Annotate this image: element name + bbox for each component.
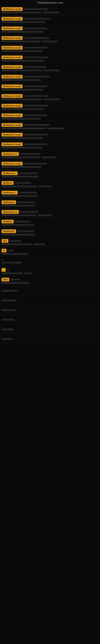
data-bar-3 bbox=[38, 186, 52, 187]
bottleneck-result-badge: Bottleneck bbox=[1, 200, 16, 204]
list-item[interactable] bbox=[0, 295, 100, 305]
data-bar-1 bbox=[24, 66, 46, 68]
data-bar-2 bbox=[1, 272, 23, 274]
site-title-bar: TheBottlenecker.com bbox=[0, 0, 100, 6]
site-title: TheBottlenecker.com bbox=[0, 0, 100, 6]
list-item[interactable]: Bottleneck result bbox=[0, 54, 100, 64]
bottleneck-result-badge: : bbox=[1, 268, 6, 272]
data-bar-1 bbox=[10, 240, 21, 242]
data-bar-3 bbox=[42, 41, 58, 42]
list-item[interactable] bbox=[0, 305, 100, 314]
data-bar-2 bbox=[1, 60, 45, 62]
data-bar-3 bbox=[47, 128, 64, 129]
bottleneck-result-badge: Bottleneck result bbox=[1, 84, 23, 88]
data-bar-1 bbox=[24, 76, 50, 78]
data-bar-1 bbox=[1, 260, 3, 261]
data-bar-1 bbox=[24, 56, 49, 58]
data-bar-1 bbox=[24, 37, 49, 39]
list-item[interactable]: Bottleneck result bbox=[0, 6, 100, 15]
bottleneck-result-badge: B bbox=[1, 249, 6, 252]
list-item[interactable]: Bottleneck result bbox=[0, 141, 100, 150]
bottleneck-result-badge: Bottleneck re bbox=[1, 210, 19, 214]
list-item[interactable]: Bottleneck result bbox=[0, 102, 100, 112]
data-bar-1 bbox=[18, 202, 35, 203]
list-item[interactable]: Bottleneck re bbox=[0, 208, 100, 218]
bottleneck-result-badge: Bottlene bbox=[1, 220, 14, 224]
list-item[interactable] bbox=[0, 256, 100, 266]
data-bar-2 bbox=[1, 156, 40, 158]
data-bar-2 bbox=[1, 89, 43, 90]
list-item[interactable]: Bottleneck result bbox=[0, 112, 100, 121]
data-bar-3 bbox=[43, 70, 59, 71]
bottleneck-result-badge: Bottleneck result bbox=[1, 7, 23, 11]
bottleneck-result-badge: Bottleneck result bbox=[1, 17, 23, 20]
data-bar-2 bbox=[1, 329, 14, 330]
data-bar-2 bbox=[1, 290, 18, 292]
list-item[interactable]: B bbox=[0, 247, 100, 256]
list-item[interactable]: Bottleneck bbox=[0, 228, 100, 237]
data-bar-2 bbox=[1, 234, 35, 236]
list-item[interactable]: Bottleneck result bbox=[0, 15, 100, 25]
data-bar-2 bbox=[1, 186, 37, 187]
list-item[interactable] bbox=[0, 286, 100, 295]
data-bar-2 bbox=[1, 300, 17, 301]
data-bar-2 bbox=[1, 70, 42, 71]
data-bar-2 bbox=[1, 176, 39, 178]
list-item[interactable]: Bottleneck result bbox=[0, 92, 100, 102]
data-bar-2 bbox=[1, 166, 41, 168]
list-item[interactable] bbox=[0, 324, 100, 334]
list-item[interactable]: Bottleneck result bbox=[0, 34, 100, 44]
bottleneck-result-badge: Bottleneck r bbox=[1, 191, 18, 194]
data-bar-2 bbox=[1, 282, 30, 284]
data-bar-2 bbox=[1, 262, 22, 264]
data-bar-2 bbox=[1, 309, 16, 311]
list-item[interactable]: Bottleneck result bbox=[0, 73, 100, 83]
list-item[interactable]: Bottlene bbox=[0, 179, 100, 189]
data-bar-2 bbox=[1, 50, 43, 52]
bottleneck-result-badge: Bottleneck result bbox=[1, 75, 23, 78]
data-bar-1 bbox=[24, 47, 48, 48]
bottleneck-result-badge: Bottleneck result bbox=[1, 94, 23, 98]
list-item[interactable]: Bottleneck r bbox=[0, 170, 100, 179]
list-item[interactable] bbox=[0, 314, 100, 324]
list-item[interactable]: Bottleneck bbox=[0, 199, 100, 208]
data-bar-2 bbox=[1, 338, 13, 340]
list-item[interactable]: Bottleneck result bbox=[0, 160, 100, 170]
list-item[interactable]: Bottleneck result bbox=[0, 44, 100, 54]
data-bar-1 bbox=[15, 221, 31, 222]
bottleneck-result-badge: Bottleneck result bbox=[1, 26, 23, 30]
bottleneck-result-badge: Bott bbox=[1, 278, 9, 281]
list-item[interactable]: : bbox=[0, 266, 100, 276]
data-bar-1 bbox=[24, 134, 49, 136]
data-bar-1 bbox=[15, 182, 31, 184]
list-item[interactable]: Bott bbox=[0, 276, 100, 286]
data-bar-3 bbox=[44, 98, 60, 100]
bottleneck-result-badge: Bottleneck r bbox=[1, 172, 18, 175]
data-bar-1 bbox=[11, 279, 20, 280]
bottleneck-result-badge: Bottleneck bbox=[1, 230, 16, 233]
data-bar-1 bbox=[24, 28, 47, 29]
list-item[interactable]: Bottleneck result bbox=[0, 25, 100, 34]
data-bar-1 bbox=[24, 163, 47, 164]
bottleneck-result-badge: Bottleneck result bbox=[1, 114, 23, 117]
list-item[interactable]: Bottleneck result bbox=[0, 131, 100, 141]
bottleneck-result-badge: Bottleneck result bbox=[1, 142, 23, 146]
data-bar-2 bbox=[1, 98, 42, 100]
list-item[interactable]: Bottlene bbox=[0, 218, 100, 228]
data-bar-1 bbox=[19, 172, 38, 174]
list-item[interactable] bbox=[0, 334, 100, 344]
list-item[interactable]: Bottleneck result bbox=[0, 121, 100, 131]
bottleneck-result-badge: Bottleneck result bbox=[1, 133, 23, 136]
data-bar-2 bbox=[1, 244, 32, 245]
list-item[interactable]: Bottleneck r bbox=[0, 189, 100, 199]
list-item[interactable]: Bot bbox=[0, 237, 100, 247]
list-item[interactable]: Bottleneck result bbox=[0, 64, 100, 73]
data-bar-1 bbox=[24, 86, 48, 87]
list-item[interactable]: Bottleneck result bbox=[0, 83, 100, 92]
rows-container: Bottleneck resultBottleneck resultBottle… bbox=[0, 6, 100, 344]
list-item[interactable]: Bottleneck re bbox=[0, 150, 100, 160]
data-bar-2 bbox=[1, 147, 42, 148]
bottleneck-result-badge: Bottleneck result bbox=[1, 104, 23, 108]
data-bar-3 bbox=[41, 156, 56, 158]
data-bar-1 bbox=[24, 8, 48, 10]
